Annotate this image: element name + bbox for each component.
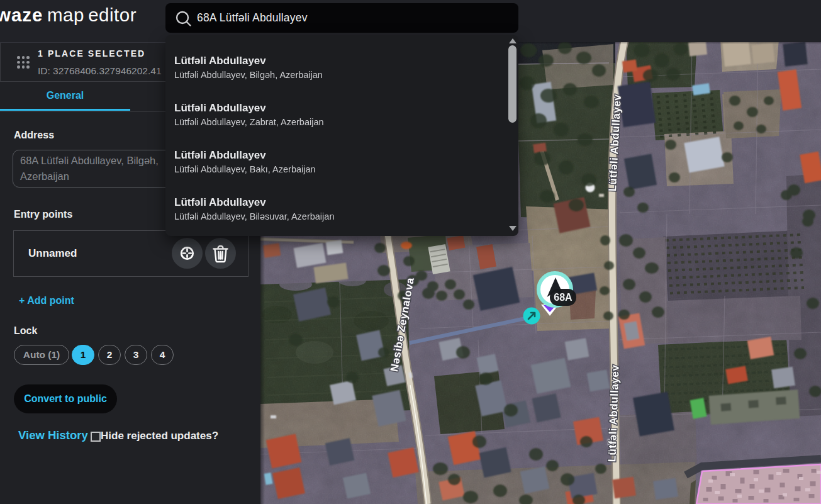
svg-text:68A: 68A: [554, 292, 572, 303]
